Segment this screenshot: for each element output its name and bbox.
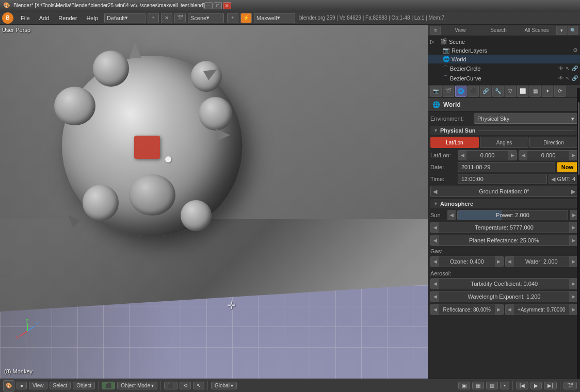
physics-icon[interactable]: ⟳ <box>554 86 566 97</box>
reflectance-slider[interactable]: ◀ Reflectance: 80.00% ▶ <box>430 304 504 315</box>
constraints-icon[interactable]: 🔗 <box>480 86 491 97</box>
turbidity-decrease[interactable]: ◀ <box>431 278 439 289</box>
temperature-increase[interactable]: ▶ <box>569 222 577 233</box>
close-button[interactable]: ✕ <box>223 2 231 9</box>
menu-add[interactable]: Add <box>35 14 54 22</box>
asymmetry-slider[interactable]: ◀ +Asymmetr: 0.70000 ▶ <box>505 304 578 315</box>
lon-increase-btn[interactable]: ▶ <box>569 150 577 160</box>
tree-item-beziercurve[interactable]: ⌒ BezierCurve 👁 ↖ 🔗 <box>428 73 580 83</box>
timeline-end-btn[interactable]: ▶| <box>544 382 557 389</box>
beziercurve-link[interactable]: 🔗 <box>572 75 578 81</box>
ground-rotation-increase[interactable]: ▶ <box>571 188 575 195</box>
lat-increase-btn[interactable]: ▶ <box>508 150 517 160</box>
ground-rotation-decrease[interactable]: ◀ <box>433 188 437 195</box>
ground-rotation-row[interactable]: ◀ Ground Rotation: 0° ▶ <box>430 186 578 197</box>
gmt-input[interactable]: ◀ GMT: 4 <box>549 174 578 184</box>
planet-reflectance-increase[interactable]: ▶ <box>569 235 577 246</box>
render-icon[interactable]: 📷 <box>430 86 442 97</box>
asymmetry-increase[interactable]: ▶ <box>569 304 577 315</box>
world-prop-icon[interactable]: 🌐 <box>455 86 466 97</box>
atmosphere-section[interactable]: ▼ Atmosphere <box>430 199 578 208</box>
object-btn[interactable]: Object <box>73 382 95 389</box>
viewport[interactable]: Y X Z ✛ User Persp (8) Monkey <box>0 25 428 379</box>
environment-dropdown[interactable]: Physical Sky ▾ <box>474 113 578 124</box>
tree-item-renderlayers[interactable]: 📷 RenderLayers ⚙ <box>428 46 580 55</box>
engine-dropdown[interactable]: Maxwell ▾ <box>254 13 295 23</box>
view-btn[interactable]: View <box>29 382 47 389</box>
view-menu[interactable]: View <box>442 27 479 33</box>
gmt-decrease-btn[interactable]: ◀ <box>551 176 555 183</box>
wavelength-decrease[interactable]: ◀ <box>431 291 439 302</box>
timeline-btn[interactable]: |◀ <box>516 382 529 389</box>
temperature-row[interactable]: ◀ Temperature: 5777.000 ▶ <box>430 222 578 233</box>
menu-help[interactable]: Help <box>82 14 102 22</box>
tree-item-scene[interactable]: ▷ 🎬 Scene <box>428 37 580 46</box>
tab-angles[interactable]: Angles <box>480 137 528 148</box>
beziercurve-eye[interactable]: 👁 <box>558 75 563 81</box>
tree-item-beziercircle[interactable]: ⌒ BezierCircle 👁 ↖ 🔗 <box>428 63 580 73</box>
turbidity-increase[interactable]: ▶ <box>569 278 577 289</box>
water-increase[interactable]: ▶ <box>569 256 577 267</box>
lon-decrease-btn[interactable]: ◀ <box>519 150 527 160</box>
time-input[interactable]: 12:00:00 <box>458 174 547 184</box>
frame-btn[interactable]: 🎬 <box>563 382 577 389</box>
now-button[interactable]: Now <box>557 162 578 172</box>
temperature-decrease[interactable]: ◀ <box>431 222 439 233</box>
maximize-button[interactable]: □ <box>214 2 222 9</box>
transform-btn[interactable]: ⟲ <box>180 382 191 389</box>
ozone-slider[interactable]: ◀ Ozone: 0.400 ▶ <box>430 256 504 267</box>
panel-more-btn[interactable]: ▾ <box>556 26 567 35</box>
lat-input[interactable]: ◀ 0.000 ▶ <box>458 150 517 160</box>
search-menu[interactable]: Search <box>480 27 517 33</box>
render-layer-4[interactable]: ▪ <box>500 382 509 389</box>
planet-reflectance-row[interactable]: ◀ Planet Relfectance: 25.00% ▶ <box>430 235 578 246</box>
monkey-object[interactable] <box>62 56 258 252</box>
wavelength-increase[interactable]: ▶ <box>569 291 577 302</box>
material-icon[interactable]: ⬜ <box>517 86 528 97</box>
blender-icon-btn[interactable]: 🎨 <box>3 380 14 391</box>
reflectance-decrease[interactable]: ◀ <box>431 304 439 315</box>
scene-dropdown[interactable]: Scene ▾ <box>188 13 224 23</box>
sun-power-slider[interactable]: Power: 2.000 <box>457 210 568 220</box>
sun-power-decrease[interactable]: ◀ <box>447 210 456 220</box>
beziercircle-eye[interactable]: 👁 <box>558 66 563 71</box>
playback-btn[interactable]: ▶ <box>530 382 542 389</box>
texture-icon[interactable]: ▦ <box>529 86 541 97</box>
panel-options-btn[interactable]: 🔍 <box>568 26 578 35</box>
all-scenes-menu[interactable]: All Scenes <box>518 27 555 33</box>
wavelength-row[interactable]: ◀ Wavelength Exponent: 1.200 ▶ <box>430 291 578 302</box>
tab-direction[interactable]: Direction <box>529 137 578 148</box>
lat-decrease-btn[interactable]: ◀ <box>458 150 466 160</box>
remove-screen-button[interactable]: ✕ <box>161 13 172 23</box>
scene-icon-button[interactable]: 🎬 <box>174 13 186 23</box>
cursor-icon[interactable]: ↖ <box>193 382 204 389</box>
menu-render[interactable]: Render <box>54 14 81 22</box>
beziercurve-cursor[interactable]: ↖ <box>566 75 570 81</box>
add-screen-button[interactable]: + <box>148 13 159 23</box>
menu-file[interactable]: File <box>17 14 34 22</box>
panel-scrollbar[interactable] <box>577 88 580 379</box>
panel-view-btn[interactable]: ≡ <box>430 26 441 35</box>
status-dot[interactable]: ● <box>17 382 27 389</box>
lon-input[interactable]: ◀ 0.000 ▶ <box>519 150 578 160</box>
ozone-decrease[interactable]: ◀ <box>431 256 439 267</box>
minimize-button[interactable]: ─ <box>204 2 213 9</box>
object-icon[interactable]: ⬛ <box>468 86 479 97</box>
date-input[interactable]: 2011-08-29 <box>458 162 555 172</box>
planet-reflectance-decrease[interactable]: ◀ <box>431 235 439 246</box>
ozone-increase[interactable]: ▶ <box>495 256 503 267</box>
scene-prop-icon[interactable]: 🎬 <box>443 86 454 97</box>
renderlayers-settings-icon[interactable]: ⚙ <box>573 47 578 54</box>
beziercircle-link[interactable]: 🔗 <box>572 66 578 71</box>
render-layer-1[interactable]: ▣ <box>458 382 470 389</box>
render-layer-3[interactable]: ▩ <box>486 382 498 389</box>
global-dropdown[interactable]: Global▾ <box>211 382 237 389</box>
tree-item-world[interactable]: 🌐 World <box>428 55 580 63</box>
view-type-btn[interactable]: ⬛ <box>164 382 178 389</box>
physical-sun-section[interactable]: ▼ Physical Sun <box>430 126 578 135</box>
select-btn[interactable]: Select <box>50 382 71 389</box>
tab-lat-lon[interactable]: Lat/Lon <box>430 137 479 148</box>
layout-dropdown[interactable]: Default ▾ <box>104 13 146 23</box>
reflectance-increase[interactable]: ▶ <box>495 304 503 315</box>
beziercircle-cursor[interactable]: ↖ <box>566 66 570 71</box>
